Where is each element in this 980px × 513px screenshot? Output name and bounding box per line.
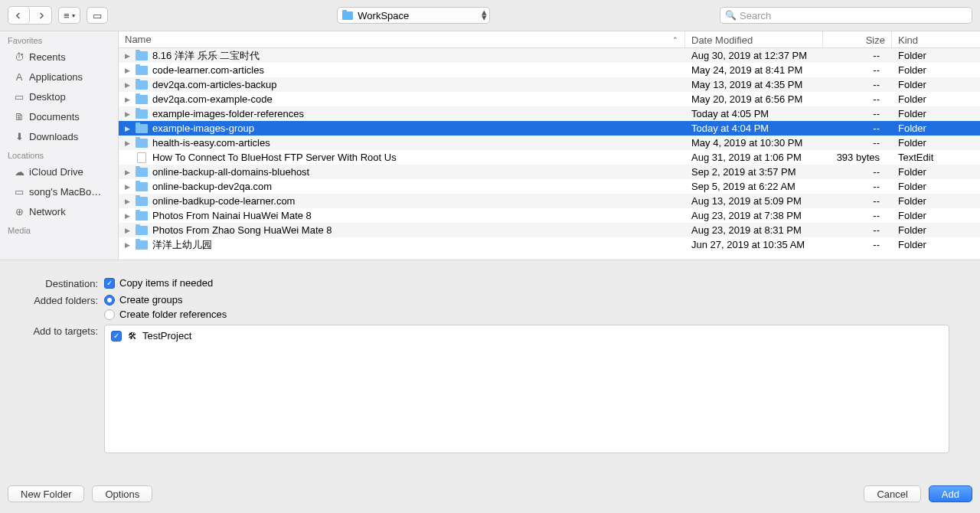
sidebar-item[interactable]: 🗎Documents: [0, 106, 118, 126]
options-button[interactable]: Options: [92, 485, 152, 502]
footer: New Folder Options Cancel Add: [0, 475, 980, 513]
file-row[interactable]: ▶code-learner.com-articlesMay 24, 2019 a…: [119, 63, 980, 77]
file-name: example-images-folder-references: [152, 108, 304, 119]
disclosure-triangle-icon[interactable]: ▶: [125, 212, 132, 220]
folder-icon: [136, 66, 148, 75]
file-row[interactable]: ▶online-badkup-code-learner.comAug 13, 2…: [119, 194, 980, 208]
file-name: dev2qa.com-example-code: [152, 93, 273, 105]
group-button[interactable]: ▭: [87, 7, 108, 24]
file-size: --: [823, 64, 892, 76]
sidebar-item[interactable]: ▭Desktop: [0, 87, 118, 106]
disclosure-triangle-icon[interactable]: ▶: [125, 52, 132, 60]
file-size: --: [823, 210, 892, 221]
sidebar-icon: A: [12, 71, 26, 83]
sidebar-item[interactable]: ⬇Downloads: [0, 126, 118, 146]
file-kind: Folder: [892, 181, 980, 192]
file-kind: Folder: [892, 50, 980, 61]
file-row[interactable]: ▶dev2qa.com-articles-backupMay 13, 2019 …: [119, 77, 980, 92]
sidebar-icon: ☁: [12, 166, 26, 178]
file-kind: Folder: [892, 166, 980, 178]
disclosure-triangle-icon[interactable]: ▶: [125, 67, 132, 74]
file-row[interactable]: ▶online-backup-all-domains-bluehostSep 2…: [119, 165, 980, 179]
sidebar-icon: ▭: [12, 186, 26, 198]
sidebar-section-header: Locations: [0, 146, 118, 162]
sidebar-icon: ⊕: [12, 206, 26, 217]
file-kind: Folder: [892, 224, 980, 236]
sidebar-icon: ⏱: [12, 51, 26, 63]
add-button[interactable]: Add: [929, 485, 972, 502]
disclosure-triangle-icon[interactable]: ▶: [125, 168, 132, 176]
column-name[interactable]: Name⌃: [119, 31, 685, 47]
file-kind: TextEdit: [892, 152, 980, 163]
file-row[interactable]: How To Connect To BlueHost FTP Server Wi…: [119, 150, 980, 165]
file-size: --: [823, 79, 892, 90]
file-row[interactable]: ▶online-backup-dev2qa.comSep 5, 2019 at …: [119, 179, 980, 194]
file-size: 393 bytes: [823, 152, 892, 163]
file-kind: Folder: [892, 93, 980, 105]
copy-items-checkbox[interactable]: ✓ Copy items if needed: [104, 277, 213, 289]
file-size: --: [823, 123, 892, 134]
radio-on-icon: [104, 295, 115, 306]
disclosure-triangle-icon[interactable]: ▶: [125, 198, 132, 205]
file-row[interactable]: ▶8.16 洋洋 乐乐 二宝时代Aug 30, 2019 at 12:37 PM…: [119, 48, 980, 63]
file-date: Sep 5, 2019 at 6:22 AM: [685, 181, 823, 192]
file-row[interactable]: ▶Photos From Zhao Song HuaWei Mate 8Aug …: [119, 223, 980, 237]
folder-icon: [136, 226, 148, 235]
disclosure-triangle-icon[interactable]: ▶: [125, 241, 132, 249]
disclosure-triangle-icon[interactable]: ▶: [125, 183, 132, 191]
target-row[interactable]: ✓ 🛠 TestProject: [111, 330, 942, 341]
folder-icon: [136, 139, 148, 148]
file-kind: Folder: [892, 239, 980, 250]
create-folder-refs-radio[interactable]: Create folder references: [104, 309, 227, 320]
column-date[interactable]: Date Modified: [685, 31, 823, 47]
folder-icon: [136, 124, 148, 133]
file-name: 8.16 洋洋 乐乐 二宝时代: [152, 49, 260, 63]
file-row[interactable]: ▶洋洋上幼儿园Jun 27, 2019 at 10:35 AM--Folder: [119, 237, 980, 252]
column-kind[interactable]: Kind: [892, 31, 980, 47]
sidebar-item[interactable]: AApplications: [0, 67, 118, 87]
file-kind: Folder: [892, 64, 980, 76]
radio-off-icon: [104, 309, 115, 320]
checkbox-checked-icon[interactable]: ✓: [111, 331, 122, 341]
file-size: --: [823, 224, 892, 236]
sidebar-icon: 🗎: [12, 111, 26, 123]
file-name: Photos From Nainai HuaWei Mate 8: [152, 210, 312, 221]
file-name: dev2qa.com-articles-backup: [152, 79, 277, 90]
sidebar-item-label: iCloud Drive: [29, 166, 83, 178]
sidebar-item[interactable]: ⊕Network: [0, 201, 118, 221]
view-mode-button[interactable]: ≡ ▾: [58, 7, 80, 24]
file-size: --: [823, 137, 892, 149]
disclosure-triangle-icon[interactable]: ▶: [125, 96, 132, 103]
file-row[interactable]: ▶dev2qa.com-example-codeMay 20, 2019 at …: [119, 92, 980, 106]
location-popup[interactable]: WorkSpace ▴▾: [337, 7, 490, 24]
file-name: Photos From Zhao Song HuaWei Mate 8: [152, 224, 332, 236]
sidebar-item-label: Documents: [29, 111, 80, 123]
file-kind: Folder: [892, 210, 980, 221]
create-groups-radio[interactable]: Create groups: [104, 294, 227, 306]
file-row[interactable]: ▶health-is-easy.com-articlesMay 4, 2019 …: [119, 136, 980, 150]
disclosure-triangle-icon[interactable]: ▶: [125, 139, 132, 147]
disclosure-triangle-icon[interactable]: ▶: [125, 110, 132, 118]
disclosure-triangle-icon[interactable]: ▶: [125, 125, 132, 132]
sidebar-item[interactable]: ▭song's MacBo…: [0, 181, 118, 201]
file-date: Today at 4:04 PM: [685, 123, 823, 134]
sidebar-item-label: Recents: [29, 51, 66, 63]
cancel-button[interactable]: Cancel: [864, 485, 920, 502]
targets-list[interactable]: ✓ 🛠 TestProject: [104, 325, 949, 453]
back-button[interactable]: [8, 7, 30, 24]
column-size[interactable]: Size: [823, 31, 892, 47]
sidebar-item[interactable]: ☁iCloud Drive: [0, 162, 118, 181]
forward-button[interactable]: [30, 7, 51, 24]
disclosure-triangle-icon[interactable]: ▶: [125, 81, 132, 89]
disclosure-triangle-icon[interactable]: ▶: [125, 227, 132, 234]
sidebar-item[interactable]: ⏱Recents: [0, 47, 118, 67]
folder-icon: [136, 182, 148, 191]
file-row[interactable]: ▶example-images-groupToday at 4:04 PM--F…: [119, 121, 980, 136]
file-name: example-images-group: [152, 123, 254, 134]
search-input[interactable]: 🔍 Search: [720, 7, 972, 24]
search-icon: 🔍: [725, 10, 737, 21]
file-row[interactable]: ▶example-images-folder-referencesToday a…: [119, 106, 980, 121]
file-date: May 13, 2019 at 4:35 PM: [685, 79, 823, 90]
file-row[interactable]: ▶Photos From Nainai HuaWei Mate 8Aug 23,…: [119, 208, 980, 223]
new-folder-button[interactable]: New Folder: [8, 485, 84, 502]
